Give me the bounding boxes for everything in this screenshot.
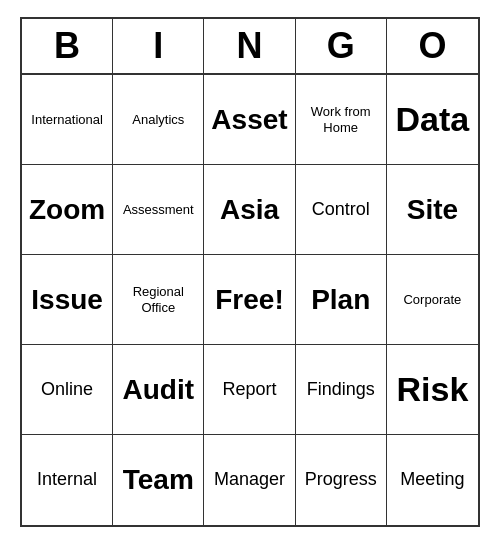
cell-text: Audit [123,373,195,407]
cell-text: Team [123,463,194,497]
bingo-cell[interactable]: Assessment [113,165,204,255]
bingo-cell[interactable]: Findings [296,345,387,435]
cell-text: Site [407,193,458,227]
cell-text: Analytics [132,112,184,128]
cell-text: Findings [307,379,375,401]
bingo-cell[interactable]: Online [22,345,113,435]
cell-text: Internal [37,469,97,491]
bingo-cell[interactable]: Progress [296,435,387,525]
header-letter: B [22,19,113,73]
cell-text: Data [396,99,470,140]
cell-text: Asset [211,103,287,137]
bingo-cell[interactable]: Team [113,435,204,525]
bingo-cell[interactable]: Regional Office [113,255,204,345]
bingo-card: BINGO InternationalAnalyticsAssetWork fr… [20,17,480,527]
cell-text: Risk [396,369,468,410]
cell-text: Manager [214,469,285,491]
bingo-cell[interactable]: Zoom [22,165,113,255]
bingo-cell[interactable]: Plan [296,255,387,345]
bingo-cell[interactable]: Internal [22,435,113,525]
bingo-cell[interactable]: Risk [387,345,478,435]
cell-text: Meeting [400,469,464,491]
bingo-cell[interactable]: Data [387,75,478,165]
header-letter: N [204,19,295,73]
cell-text: Regional Office [119,284,197,315]
cell-text: International [31,112,103,128]
cell-text: Zoom [29,193,105,227]
cell-text: Report [222,379,276,401]
bingo-cell[interactable]: Report [204,345,295,435]
bingo-cell[interactable]: Asia [204,165,295,255]
cell-text: Corporate [403,292,461,308]
bingo-cell[interactable]: Audit [113,345,204,435]
cell-text: Assessment [123,202,194,218]
header-letter: I [113,19,204,73]
bingo-cell[interactable]: Analytics [113,75,204,165]
cell-text: Work from Home [302,104,380,135]
bingo-cell[interactable]: Work from Home [296,75,387,165]
cell-text: Progress [305,469,377,491]
header-letter: G [296,19,387,73]
bingo-cell[interactable]: Meeting [387,435,478,525]
bingo-grid: InternationalAnalyticsAssetWork from Hom… [22,75,478,525]
bingo-cell[interactable]: Site [387,165,478,255]
bingo-cell[interactable]: Manager [204,435,295,525]
bingo-cell[interactable]: Asset [204,75,295,165]
header-letter: O [387,19,478,73]
cell-text: Free! [215,283,283,317]
cell-text: Asia [220,193,279,227]
cell-text: Issue [31,283,103,317]
bingo-header: BINGO [22,19,478,75]
bingo-cell[interactable]: Control [296,165,387,255]
bingo-cell[interactable]: International [22,75,113,165]
bingo-cell[interactable]: Corporate [387,255,478,345]
cell-text: Plan [311,283,370,317]
cell-text: Control [312,199,370,221]
cell-text: Online [41,379,93,401]
bingo-cell[interactable]: Free! [204,255,295,345]
bingo-cell[interactable]: Issue [22,255,113,345]
